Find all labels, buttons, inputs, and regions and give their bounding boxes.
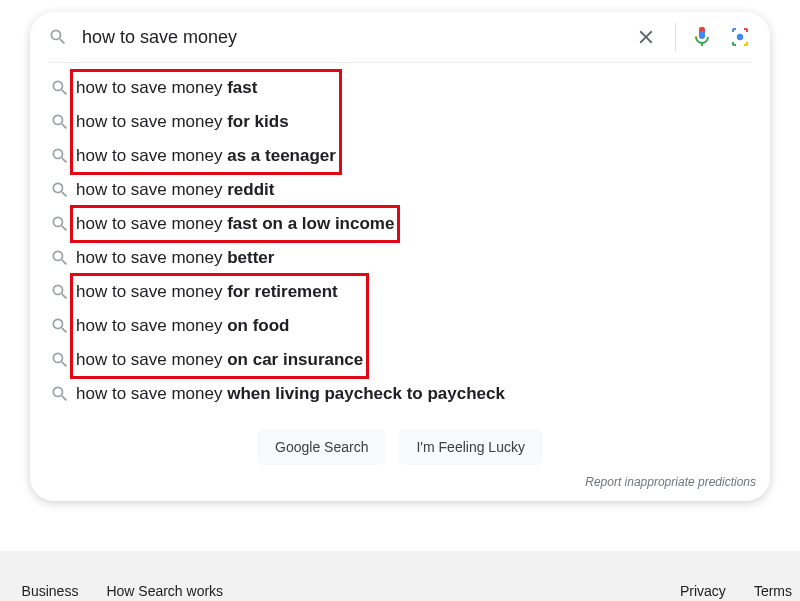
search-icon [50, 180, 70, 200]
search-bar [30, 12, 770, 62]
voice-search-button[interactable] [690, 25, 714, 49]
search-icon [50, 350, 70, 370]
suggestion-item[interactable]: how to save money for retirement [36, 275, 764, 309]
search-input[interactable] [82, 27, 617, 48]
google-search-button[interactable]: Google Search [258, 429, 385, 465]
search-icon [50, 316, 70, 336]
search-icon [50, 282, 70, 302]
divider [675, 23, 676, 51]
suggestion-item[interactable]: how to save money for kids [36, 105, 764, 139]
close-icon [635, 26, 657, 48]
suggestion-item[interactable]: how to save money on food [36, 309, 764, 343]
suggestion-item[interactable]: how to save money fast on a low income [36, 207, 764, 241]
suggestion-text: how to save money fast [76, 78, 257, 98]
suggestion-text: how to save money for retirement [76, 282, 338, 302]
suggestion-text: how to save money for kids [76, 112, 289, 132]
feeling-lucky-button[interactable]: I'm Feeling Lucky [399, 429, 542, 465]
divider [48, 62, 752, 63]
suggestion-text: how to save money on food [76, 316, 290, 336]
footer-left: ng Business How Search works [0, 583, 223, 599]
suggestion-text: how to save money fast on a low income [76, 214, 394, 234]
footer: ng Business How Search works Privacy Ter… [0, 583, 800, 601]
suggestion-text: how to save money as a teenager [76, 146, 336, 166]
suggestion-text: how to save money on car insurance [76, 350, 363, 370]
clear-button[interactable] [631, 22, 661, 52]
footer-link-privacy[interactable]: Privacy [680, 583, 726, 599]
footer-link-terms[interactable]: Terms [754, 583, 792, 599]
footer-link-business[interactable]: Business [22, 583, 79, 599]
suggestion-item[interactable]: how to save money reddit [36, 173, 764, 207]
footer-link-howsearchworks[interactable]: How Search works [106, 583, 223, 599]
suggestion-item[interactable]: how to save money on car insurance [36, 343, 764, 377]
report-predictions-link[interactable]: Report inappropriate predictions [30, 475, 770, 489]
suggestion-item[interactable]: how to save money better [36, 241, 764, 275]
suggestion-item[interactable]: how to save money fast [36, 71, 764, 105]
search-icon [50, 384, 70, 404]
search-panel: how to save money fasthow to save money … [30, 12, 770, 501]
lens-icon [728, 25, 752, 49]
svg-point-0 [737, 34, 743, 40]
search-icon [50, 214, 70, 234]
suggestion-item[interactable]: how to save money when living paycheck t… [36, 377, 764, 411]
search-icon [50, 112, 70, 132]
footer-right: Privacy Terms [680, 583, 792, 599]
suggestion-text: how to save money better [76, 248, 274, 268]
button-row: Google Search I'm Feeling Lucky [30, 429, 770, 465]
suggestion-text: how to save money when living paycheck t… [76, 384, 505, 404]
search-icon [50, 78, 70, 98]
suggestion-item[interactable]: how to save money as a teenager [36, 139, 764, 173]
search-icon [50, 146, 70, 166]
suggestion-text: how to save money reddit [76, 180, 274, 200]
search-icon [48, 27, 68, 47]
mic-icon [690, 25, 714, 49]
image-search-button[interactable] [728, 25, 752, 49]
suggestions-list: how to save money fasthow to save money … [30, 71, 770, 411]
search-icon [50, 248, 70, 268]
